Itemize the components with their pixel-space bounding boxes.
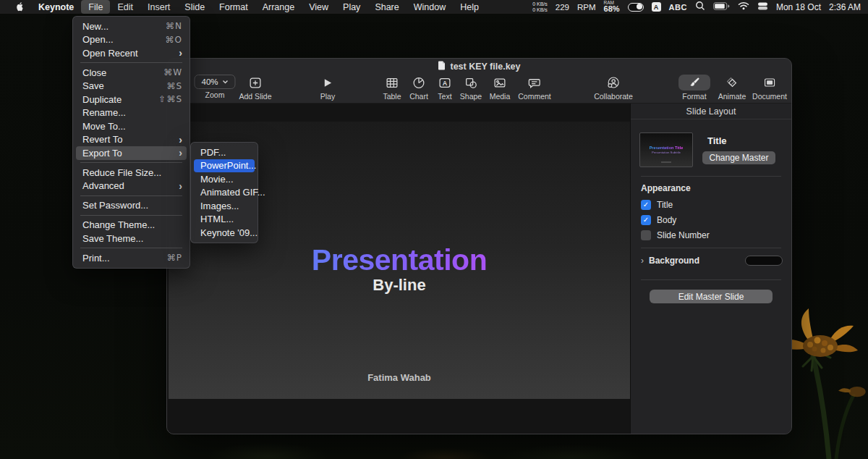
sidebar-divider bbox=[641, 279, 781, 280]
menubar-menu-insert[interactable]: Insert bbox=[140, 0, 177, 14]
menu-separator bbox=[80, 248, 182, 248]
menu-item-export-to[interactable]: Export To› bbox=[76, 146, 187, 160]
menubar-menu-file[interactable]: File bbox=[81, 0, 110, 14]
toolbar-media[interactable]: Media bbox=[485, 75, 516, 101]
change-master-button[interactable]: Change Master bbox=[702, 151, 775, 164]
file-menu: New...⌘NOpen...⌘OOpen Recent›Close⌘WSave… bbox=[72, 16, 190, 269]
slide-author-text[interactable]: Fatima Wahab bbox=[169, 372, 630, 383]
menubar-menu-edit[interactable]: Edit bbox=[110, 0, 140, 14]
menubar-menu-play[interactable]: Play bbox=[336, 0, 367, 14]
toolbar-animate[interactable]: Animate bbox=[716, 75, 748, 101]
chevron-right-icon: › bbox=[179, 181, 182, 191]
menu-item-duplicate[interactable]: Duplicate⇧⌘S bbox=[76, 93, 187, 106]
menubar-toggle-icon[interactable] bbox=[628, 3, 644, 12]
checkbox-checked-icon[interactable]: ✓ bbox=[641, 200, 651, 210]
zoom-control[interactable]: 40% Zoom bbox=[194, 75, 235, 99]
menu-item-new[interactable]: New...⌘N bbox=[76, 20, 187, 33]
submenu-item-images[interactable]: Images... bbox=[194, 199, 255, 213]
toolbar-add-slide[interactable]: Add Slide bbox=[239, 75, 272, 101]
menubar-date[interactable]: Mon 18 Oct bbox=[776, 2, 821, 12]
menu-shortcut: ⌘S bbox=[166, 81, 182, 91]
menu-item-save-theme[interactable]: Save Theme... bbox=[76, 232, 187, 245]
menubar-app-name[interactable]: Keynote bbox=[31, 2, 81, 12]
export-to-submenu: PDF...PowerPoint...Movie...Animated GIF.… bbox=[190, 142, 258, 243]
thumb-author-line bbox=[661, 161, 671, 163]
menu-item-rename[interactable]: Rename... bbox=[76, 106, 187, 120]
master-name: Title bbox=[707, 135, 727, 146]
menu-shortcut: ⌘W bbox=[163, 67, 182, 77]
network-speed-widget[interactable]: 0 KB/s 0 KB/s bbox=[532, 1, 548, 13]
menu-item-reduce-file-size[interactable]: Reduce File Size... bbox=[76, 166, 187, 180]
submenu-item-keynote-09[interactable]: Keynote '09... bbox=[194, 226, 255, 240]
menu-shortcut: ⌘O bbox=[166, 35, 182, 45]
input-source-name[interactable]: ABC bbox=[669, 3, 687, 12]
background-row[interactable]: › Background bbox=[641, 256, 699, 266]
window-titlebar[interactable]: test KEY file.key bbox=[167, 59, 791, 74]
input-source-icon[interactable]: A bbox=[652, 2, 661, 12]
submenu-item-html[interactable]: HTML... bbox=[194, 213, 255, 227]
menubar-menu-slide[interactable]: Slide bbox=[177, 0, 212, 14]
submenu-item-powerpoint[interactable]: PowerPoint... bbox=[194, 159, 255, 173]
window-title: test KEY file.key bbox=[450, 62, 520, 72]
zoom-label: Zoom bbox=[194, 90, 235, 99]
svg-text:A: A bbox=[443, 79, 448, 86]
menubar-menu-help[interactable]: Help bbox=[453, 0, 486, 14]
stack-icon[interactable] bbox=[757, 1, 768, 13]
menubar-menu-format[interactable]: Format bbox=[212, 0, 255, 14]
master-thumbnail[interactable]: Presentation Title Presentation Subtitle bbox=[639, 132, 693, 167]
menu-item-open-recent[interactable]: Open Recent› bbox=[76, 46, 187, 60]
toolbar-play[interactable]: Play bbox=[314, 75, 342, 101]
menubar-time[interactable]: 2:36 AM bbox=[829, 2, 861, 12]
menu-item-move-to[interactable]: Move To... bbox=[76, 119, 187, 133]
checkbox-unchecked-icon[interactable] bbox=[641, 230, 651, 240]
edit-master-slide-button[interactable]: Edit Master Slide bbox=[650, 290, 773, 303]
fan-speed-unit: RPM bbox=[577, 3, 596, 12]
menubar-menu-view[interactable]: View bbox=[302, 0, 336, 14]
menu-item-change-theme[interactable]: Change Theme... bbox=[76, 219, 187, 232]
chevron-right-icon: › bbox=[179, 135, 182, 145]
document-file-icon bbox=[438, 60, 446, 73]
battery-icon[interactable] bbox=[713, 2, 730, 12]
menu-item-open[interactable]: Open...⌘O bbox=[76, 33, 187, 47]
fan-speed-value[interactable]: 229 bbox=[556, 3, 569, 12]
menu-item-save[interactable]: Save⌘S bbox=[76, 80, 187, 93]
submenu-item-pdf[interactable]: PDF... bbox=[194, 146, 255, 159]
appearance-option-slide-number[interactable]: Slide Number bbox=[641, 230, 710, 240]
menu-item-close[interactable]: Close⌘W bbox=[76, 66, 187, 80]
net-up-value: 0 KB/s bbox=[532, 1, 548, 7]
menu-item-print[interactable]: Print...⌘P bbox=[76, 251, 187, 265]
shape-icon bbox=[456, 75, 487, 90]
menu-item-set-password[interactable]: Set Password... bbox=[76, 199, 187, 213]
appearance-label: Appearance bbox=[641, 183, 691, 193]
toolbar-comment[interactable]: Comment bbox=[518, 75, 551, 101]
appearance-option-title[interactable]: ✓Title bbox=[641, 199, 673, 210]
document-icon bbox=[752, 75, 787, 90]
toolbar-collaborate[interactable]: Collaborate bbox=[594, 75, 633, 101]
appearance-option-body[interactable]: ✓Body bbox=[641, 214, 676, 225]
checkbox-checked-icon[interactable]: ✓ bbox=[641, 215, 651, 225]
search-icon[interactable] bbox=[695, 1, 705, 13]
thumb-title: Presentation Title bbox=[650, 146, 684, 150]
apple-menu-icon[interactable] bbox=[7, 1, 31, 12]
submenu-item-movie[interactable]: Movie... bbox=[194, 172, 255, 186]
toolbar-shape[interactable]: Shape bbox=[456, 75, 487, 101]
slide-title-text[interactable]: Presentation bbox=[169, 243, 630, 277]
menu-item-advanced[interactable]: Advanced› bbox=[76, 180, 187, 193]
menubar-menu-window[interactable]: Window bbox=[407, 0, 453, 14]
menu-separator bbox=[80, 62, 182, 63]
background-color-well[interactable] bbox=[745, 256, 783, 266]
slide-byline-text[interactable]: By-line bbox=[169, 276, 630, 295]
disclosure-chevron-icon[interactable]: › bbox=[641, 256, 644, 266]
menu-separator bbox=[80, 195, 182, 196]
chevron-right-icon: › bbox=[179, 148, 182, 158]
ram-usage-widget[interactable]: RAM 68% bbox=[604, 1, 620, 13]
chevron-down-icon bbox=[223, 80, 229, 84]
wifi-icon[interactable] bbox=[738, 1, 749, 12]
toolbar-format[interactable]: Format bbox=[678, 75, 710, 101]
menubar-menu-arrange[interactable]: Arrange bbox=[255, 0, 302, 14]
submenu-item-animated-gif[interactable]: Animated GIF... bbox=[194, 186, 255, 200]
menubar-menu-share[interactable]: Share bbox=[367, 0, 406, 14]
menu-item-revert-to[interactable]: Revert To› bbox=[76, 133, 187, 147]
toolbar-document[interactable]: Document bbox=[752, 75, 787, 101]
thumb-subtitle: Presentation Subtitle bbox=[652, 151, 681, 153]
